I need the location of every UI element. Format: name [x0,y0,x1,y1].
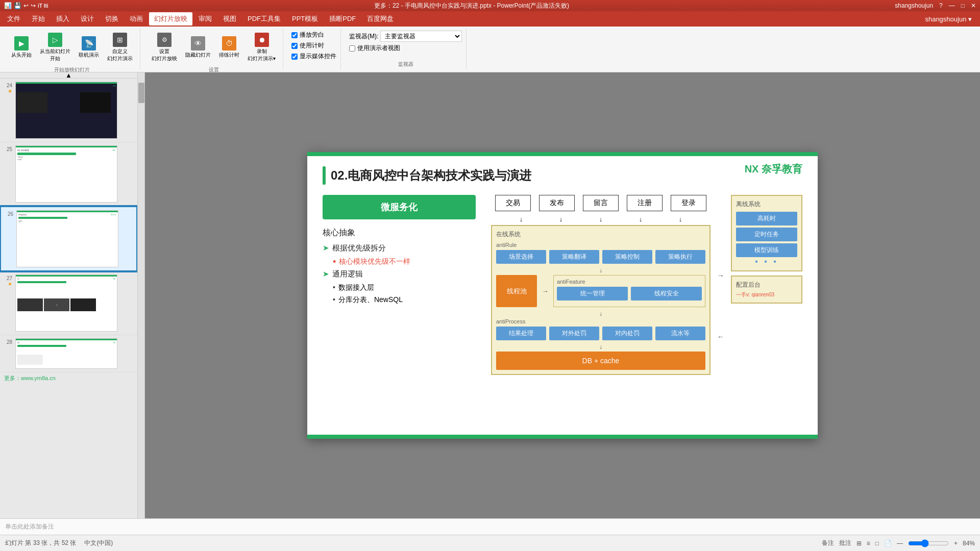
online-present-btn[interactable]: 📡 联机演示 [76,34,102,61]
hide-label: 隐藏幻灯片 [185,52,211,59]
close-btn[interactable]: ✕ [971,2,976,9]
offline-system: 离线系统 高耗时 定时任务 模型训练 • • • [731,195,802,271]
from-beginning-icon: ▶ [14,36,29,51]
monitor-select[interactable]: 主要监视器 [380,31,462,42]
slide-28-logo: NX [113,342,115,344]
conn-arrow-2: ← [717,333,724,341]
menu-baidu[interactable]: 百度网盘 [362,12,399,26]
slide-item-26[interactable]: 26 02.电商风控 NX 奈孚 • Elastic 微服务化 [0,206,137,271]
slide-25-text: • Elastic • Flink [17,156,115,161]
quick-access-redo[interactable]: ↪ [31,2,36,9]
sub-bullet-2-2-text: 分库分表、NewSQL [338,295,403,305]
checkbox-media[interactable]: 显示媒体控件 [291,52,336,61]
slide-title-accent [323,166,326,185]
slide-28-meta: 28 [2,338,12,345]
custom-show-btn[interactable]: ⊞ 自定义幻灯片演示 [104,31,136,64]
strategy-exec-box: 策略执行 [655,250,705,264]
main-diagram: 交易 发布 留言 注册 登录 ↓ ↓ ↓ ↓ [491,195,710,417]
menu-pdf-tools[interactable]: PDF工具集 [242,12,286,26]
menu-home[interactable]: 开始 [27,12,50,26]
offline-boxes: 高耗时 定时任务 模型训练 [736,212,797,257]
presenter-view-checkbox[interactable]: 使用演示者视图 [349,44,400,53]
from-beginning-btn[interactable]: ▶ 从头开始 [8,34,35,61]
ribbon-group-start-show: ▶ 从头开始 ▷ 从当前幻灯片开始 📡 联机演示 ⊞ 自定义幻灯片演示 开始放映… [4,29,140,70]
arrow-3: ↓ [599,215,603,223]
minimize-btn[interactable]: — [949,2,955,9]
media-checkbox[interactable] [291,54,298,60]
slides-watermark: 更多：www.ym8a.cn [0,372,137,384]
menu-transition[interactable]: 切换 [100,12,124,26]
scroll-up-btn[interactable]: ▲ [0,72,137,79]
sub-bullet-2-2-dot: • [333,295,335,304]
slide-item-24[interactable]: 24 ★ NX [0,79,137,142]
app-shortname: iT Iti [38,3,48,9]
title-bar-title: 更多：22 - 手电商风控中台实践与演进.pptx - PowerPoint(产… [48,2,895,10]
quick-access-save[interactable]: 💾 [14,2,21,9]
db-cache-box: DB + cache [496,352,705,370]
comments-btn[interactable]: 批注 [839,539,851,547]
menu-file[interactable]: 文件 [2,12,26,26]
online-present-label: 联机演示 [79,52,99,59]
monitor-row: 监视器(M): 主要监视器 [349,31,462,42]
help-btn[interactable]: ? [939,2,943,9]
menu-review[interactable]: 审阅 [193,12,217,26]
thread-safety-box: 线程安全 [631,287,702,300]
menu-slideshow[interactable]: 幻灯片放映 [149,12,192,26]
view-outline[interactable]: ≡ [867,540,870,547]
from-current-btn[interactable]: ▷ 从当前幻灯片开始 [37,31,74,64]
anti-process-boxes: 结果处理 对外处罚 对内处罚 流水等 [496,327,705,340]
zoom-in[interactable]: + [954,540,958,547]
narration-checkbox[interactable] [291,32,298,38]
ribbon-group-settings: ⚙ 设置幻灯片放映 👁 隐藏幻灯片 ⏱ 排练计时 ⏺ 录制幻灯片演示▾ 设置 [144,29,283,70]
setup-slideshow-btn[interactable]: ⚙ 设置幻灯片放映 [149,31,180,64]
menu-snip-pdf[interactable]: 插断PDF [324,12,361,26]
hide-slide-btn[interactable]: 👁 隐藏幻灯片 [182,34,214,61]
slide-item-28[interactable]: 28 28 NX [0,335,137,372]
side-diagram: 离线系统 高耗时 定时任务 模型训练 • • • 配置后台 [731,195,802,417]
zoom-out[interactable]: — [897,540,903,547]
arrow-1: ↓ [520,215,523,223]
presenter-view-input[interactable] [349,45,355,52]
quick-access-undo[interactable]: ↩ [23,2,29,9]
maximize-btn[interactable]: □ [961,2,965,9]
slide-28-content: 28 NX [16,340,117,366]
bullet-1-text: 根据优先级拆分 [332,243,386,253]
record-btn[interactable]: ⏺ 录制幻灯片演示▾ [244,31,279,64]
slide-title-text: 02.电商风控中台架构技术实践与演进 [331,167,531,184]
view-normal[interactable]: ⊞ [856,540,862,547]
checkbox-narration[interactable]: 播放旁白 [291,31,336,39]
from-current-label: 从当前幻灯片开始 [40,48,70,62]
slide-26-title: 02.电商风控 [18,214,27,216]
view-notes[interactable]: 📄 [884,540,892,547]
anti-rule-section: antiRule 场景选择 策略翻译 策略控制 策略执行 [496,242,705,264]
notes-placeholder[interactable]: 单击此处添加备注 [5,522,54,531]
checkbox-timing[interactable]: 使用计时 [291,41,336,50]
right-content: 交易 发布 留言 注册 登录 ↓ ↓ ↓ ↓ [491,195,802,417]
slide-item-27[interactable]: 27 ★ 27 NX 图 [0,271,137,335]
view-slide[interactable]: □ [875,540,879,547]
slide-24-number: 24 [2,82,12,88]
slide-26-number: 26 [3,210,13,217]
slide-item-25[interactable]: 25 NX 奈孚教育 NX • Elastic • Flink [0,142,137,206]
conn-arrow-1: → [717,271,724,280]
panel-scrollbar[interactable] [138,72,145,518]
ribbon-group-items: ▶ 从头开始 ▷ 从当前幻灯片开始 📡 联机演示 ⊞ 自定义幻灯片演示 [8,31,136,64]
bullet-1: ➤ 根据优先级拆分 [323,243,476,253]
menu-view[interactable]: 视图 [218,12,241,26]
unified-mgmt-box: 统一管理 [557,287,628,300]
zoom-slider[interactable] [908,539,949,547]
rehearse-btn[interactable]: ⏱ 排练计时 [216,34,242,61]
top-box-publish: 发布 [539,195,575,211]
timing-checkbox[interactable] [291,43,298,49]
notes-btn[interactable]: 备注 [822,539,834,547]
config-backend: 配置后台 一手v: qianren03 [731,276,802,304]
menu-design[interactable]: 设计 [76,12,99,26]
top-box-register: 注册 [627,195,663,211]
menu-ppt-template[interactable]: PPT模板 [287,12,323,26]
from-beginning-label: 从头开始 [11,52,32,59]
slide-25-thumb: NX 奈孚教育 NX • Elastic • Flink [15,145,117,203]
menu-animation[interactable]: 动画 [125,12,148,26]
top-boxes: 交易 发布 留言 注册 登录 [491,195,710,211]
menu-insert[interactable]: 插入 [51,12,75,26]
app-icon: 📊 [4,2,12,9]
